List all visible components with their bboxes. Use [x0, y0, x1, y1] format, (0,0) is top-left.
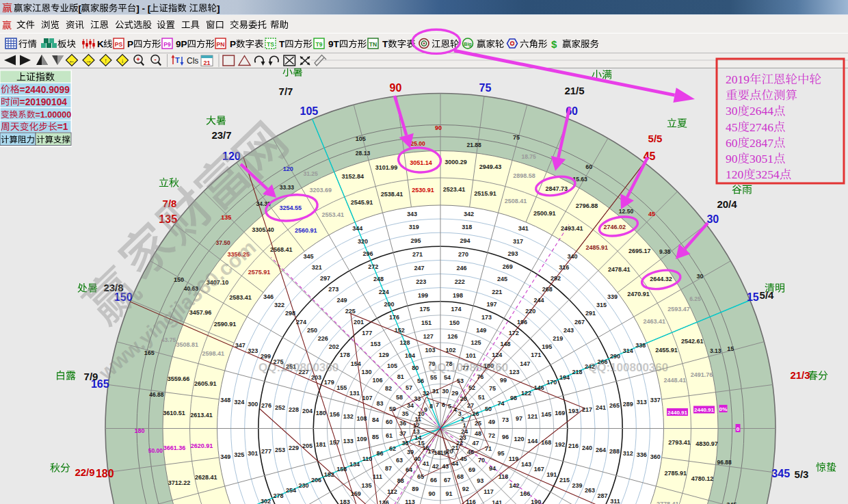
svg-text:205: 205 [302, 442, 313, 449]
svg-text:21/5: 21/5 [564, 85, 584, 96]
svg-text:2796.88: 2796.88 [576, 202, 598, 209]
svg-text:230: 230 [299, 482, 309, 489]
svg-text:2448.41: 2448.41 [663, 377, 686, 384]
svg-text:2847.73: 2847.73 [545, 185, 568, 192]
svg-text:85: 85 [372, 434, 379, 440]
svg-text:2440.91: 2440.91 [667, 410, 687, 416]
svg-text:2746: 2746 [750, 120, 773, 134]
svg-text:193: 193 [568, 408, 579, 414]
svg-text:5/4: 5/4 [760, 289, 775, 301]
svg-text:141: 141 [492, 499, 502, 504]
svg-text:324: 324 [234, 399, 244, 406]
svg-text:P9: P9 [163, 41, 171, 48]
svg-text:30: 30 [706, 213, 719, 225]
svg-text:244: 244 [533, 297, 544, 304]
svg-text:102: 102 [446, 347, 456, 354]
svg-text:113: 113 [405, 499, 415, 504]
svg-text:312: 312 [623, 450, 633, 457]
svg-text:120: 120 [283, 165, 293, 172]
svg-text:43: 43 [442, 463, 449, 470]
svg-text:218: 218 [572, 369, 582, 375]
svg-text:158: 158 [336, 466, 347, 473]
svg-text:7/9: 7/9 [84, 371, 98, 382]
svg-text:T9: T9 [316, 41, 323, 48]
svg-text:134: 134 [349, 461, 360, 468]
svg-text:2628.41: 2628.41 [195, 474, 217, 481]
svg-text:57: 57 [406, 384, 412, 391]
svg-text:293: 293 [507, 250, 518, 257]
svg-text:98: 98 [510, 395, 517, 401]
svg-text:254: 254 [286, 487, 296, 494]
svg-text:276: 276 [261, 402, 271, 409]
svg-text:48: 48 [475, 430, 481, 437]
svg-text:TN: TN [369, 41, 377, 48]
svg-text:73: 73 [502, 416, 509, 423]
svg-text:46: 46 [467, 449, 474, 455]
svg-text:250: 250 [307, 327, 317, 334]
svg-text:176: 176 [389, 314, 399, 321]
svg-text:339: 339 [607, 293, 618, 300]
svg-text:30: 30 [726, 104, 738, 118]
svg-text:247: 247 [414, 265, 425, 271]
svg-text:T: T [175, 56, 180, 64]
svg-text:182: 182 [324, 471, 334, 478]
svg-text:69: 69 [468, 466, 475, 473]
svg-text:75: 75 [513, 134, 520, 141]
svg-text:199: 199 [418, 292, 428, 299]
svg-text:PN: PN [217, 41, 225, 48]
svg-text:33: 33 [414, 395, 421, 402]
svg-text:274: 274 [296, 319, 306, 326]
svg-text:PS: PS [115, 41, 123, 48]
svg-text:93: 93 [477, 477, 483, 484]
svg-text:↑: ↑ [104, 57, 107, 64]
svg-text:2: 2 [461, 416, 464, 423]
svg-text:190: 190 [531, 499, 541, 504]
svg-text:15: 15 [747, 291, 759, 303]
svg-text:23/7: 23/7 [211, 129, 231, 141]
svg-text:QQ:100800360: QQ:100800360 [588, 361, 668, 374]
svg-text:278: 278 [273, 492, 283, 499]
svg-text:TS: TS [267, 41, 274, 48]
svg-text:246: 246 [456, 265, 466, 271]
svg-text:129: 129 [379, 352, 389, 358]
svg-text:2613.41: 2613.41 [190, 412, 213, 419]
svg-text:90: 90 [390, 82, 402, 94]
svg-text:37.50: 37.50 [216, 239, 231, 246]
svg-text:311: 311 [610, 498, 620, 504]
svg-text:180: 180 [316, 410, 326, 416]
svg-text:18.75: 18.75 [522, 153, 537, 160]
svg-text:2644: 2644 [750, 104, 773, 118]
svg-text:173: 173 [481, 314, 492, 321]
svg-text:9P: 9P [176, 39, 187, 49]
svg-text:50.00: 50.00 [148, 447, 163, 454]
svg-text:4780.12: 4780.12 [691, 475, 714, 482]
svg-text:2470.91: 2470.91 [627, 291, 650, 297]
svg-text:290: 290 [610, 353, 620, 360]
svg-text:22/9: 22/9 [75, 466, 94, 478]
svg-text:241: 241 [596, 404, 606, 411]
svg-text:31: 31 [432, 388, 439, 395]
svg-text:21.88: 21.88 [466, 142, 481, 148]
svg-text:272: 272 [368, 263, 378, 270]
svg-text:167: 167 [534, 466, 544, 473]
svg-text:338: 338 [635, 342, 646, 349]
svg-text:170: 170 [546, 379, 557, 386]
svg-text:299: 299 [261, 353, 271, 360]
svg-text:2575.91: 2575.91 [248, 269, 271, 276]
svg-text:149: 149 [476, 327, 486, 334]
svg-text:273: 273 [328, 286, 339, 293]
svg-text:147: 147 [520, 360, 530, 367]
svg-text:253: 253 [275, 447, 285, 453]
svg-text:88: 88 [397, 477, 404, 484]
svg-text:145: 145 [541, 411, 551, 418]
svg-text:=1.00000: =1.00000 [35, 110, 71, 120]
svg-text:216: 216 [568, 442, 579, 449]
svg-text:317: 317 [513, 238, 523, 245]
svg-text:2508.41: 2508.41 [505, 198, 527, 204]
svg-text:110: 110 [362, 455, 373, 462]
svg-text:70: 70 [478, 457, 485, 464]
svg-text:222: 222 [455, 278, 465, 285]
svg-text:177: 177 [362, 330, 372, 336]
svg-text:2593.47: 2593.47 [667, 306, 690, 313]
svg-text:$: $ [551, 38, 557, 50]
